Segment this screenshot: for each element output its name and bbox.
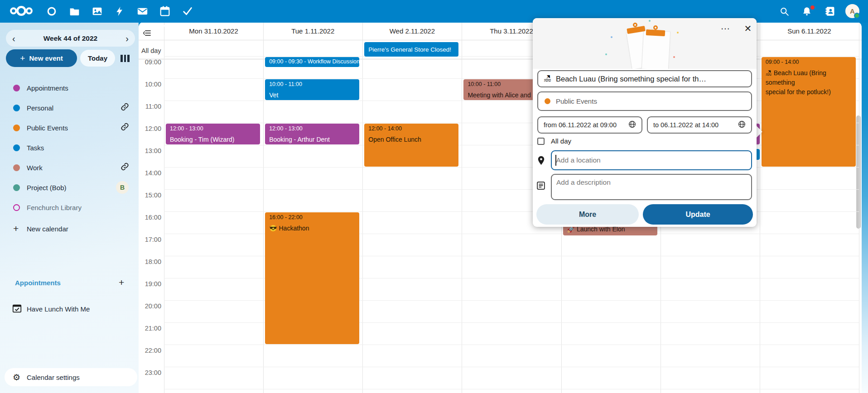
sidebar-calendar-project-bob-[interactable]: Project (Bob)B <box>0 177 139 197</box>
hour-label: 22:00 <box>140 347 161 354</box>
location-pin-icon <box>535 155 546 166</box>
popup-more-options-icon[interactable]: ⋯ <box>719 24 732 35</box>
next-week-button[interactable]: › <box>125 34 129 43</box>
hour-label: 14:00 <box>140 169 161 177</box>
hour-label: 11:00 <box>140 103 161 110</box>
hour-label: 20:00 <box>140 302 161 310</box>
search-icon[interactable] <box>777 5 791 18</box>
description-textarea[interactable]: Add a description <box>551 174 752 200</box>
end-datetime-value: to 06.11.2022 at 14:00 <box>653 121 719 129</box>
timezone-globe-icon[interactable] <box>738 120 746 129</box>
allday-event[interactable]: Pierre's General Store Closed! <box>364 42 458 57</box>
activity-lightning-icon[interactable] <box>113 5 126 18</box>
appointment-config-item[interactable]: Have Lunch With Me <box>0 299 139 319</box>
nextcloud-calendar-app: A All day Mon 31.10.2022Tue 1.11.2022Wed… <box>0 0 868 393</box>
files-folder-icon[interactable] <box>68 5 81 18</box>
sidebar-calendar-public-events[interactable]: Public Events <box>0 118 139 138</box>
calendar-event[interactable]: 12:00 - 14:00Open Office Lunch <box>364 124 458 167</box>
hour-label: 23:00 <box>140 369 161 376</box>
end-datetime-field[interactable]: to 06.11.2022 at 14:00 <box>647 116 752 134</box>
calendar-name: Project (Bob) <box>27 184 67 192</box>
sidebar-calendar-personal[interactable]: Personal <box>0 98 139 118</box>
calendar-color-dot <box>13 125 20 131</box>
active-app-indicator <box>160 25 169 27</box>
circle-app-icon[interactable] <box>45 5 58 18</box>
column-border <box>164 22 164 393</box>
calendar-app-icon[interactable] <box>159 5 171 18</box>
calendar-event[interactable]: 12:00 - 13:00Booking - Arthur Dent <box>265 124 359 144</box>
add-appointment-config-button[interactable]: + <box>119 277 124 288</box>
plus-icon: + <box>20 53 25 63</box>
hour-label: 12:00 <box>140 125 161 132</box>
all-day-label: All day <box>141 47 161 54</box>
all-day-checkbox[interactable]: All day <box>537 137 571 145</box>
shared-by-avatar: B <box>116 181 129 194</box>
hour-label: 16:00 <box>140 214 161 221</box>
timezone-globe-icon[interactable] <box>628 120 636 129</box>
event-time: 12:00 - 14:00 <box>368 125 454 132</box>
app-sidebar: ‹ Week 44 of 2022 › + New event Today Ap… <box>0 23 139 393</box>
more-button[interactable]: More <box>536 204 639 225</box>
sidebar-calendar-fenchurch-library[interactable]: Fenchurch Library <box>0 197 139 217</box>
calendar-color-dot <box>13 85 20 91</box>
calendar-event[interactable]: 09:00 - 14:00🏖 Beach Luau (Bring somethi… <box>762 57 856 167</box>
start-datetime-field[interactable]: from 06.11.2022 at 09:00 <box>537 116 642 134</box>
appointment-config-label: Have Lunch With Me <box>27 305 90 313</box>
sidebar-calendar-work[interactable]: Work <box>0 158 139 177</box>
calendar-name: Appointments <box>27 84 68 92</box>
calendar-check-icon <box>12 303 22 315</box>
new-calendar-button[interactable]: + New calendar <box>0 219 139 239</box>
popup-close-icon[interactable]: ✕ <box>741 23 755 35</box>
location-input[interactable]: Add a location <box>551 150 752 170</box>
new-event-button[interactable]: + New event <box>6 49 77 67</box>
column-border <box>362 22 363 393</box>
start-datetime-value: from 06.11.2022 at 09:00 <box>544 121 617 129</box>
contacts-book-icon[interactable] <box>824 5 837 18</box>
beach-umbrella-emoji: 🏖 <box>544 74 551 83</box>
share-link-icon[interactable] <box>121 163 129 173</box>
hour-gridline <box>164 345 859 345</box>
photos-icon[interactable] <box>91 5 103 18</box>
calendar-picker-value: Public Events <box>556 97 597 105</box>
today-button[interactable]: Today <box>80 50 115 67</box>
calendar-name: Public Events <box>27 124 68 132</box>
event-time: 12:00 - 13:00 <box>170 125 256 132</box>
event-title: Booking - Tim (Wizard) <box>170 135 256 144</box>
calendar-event[interactable]: 16:00 - 22:00😎 Hackathon <box>265 212 359 344</box>
event-title: Vet <box>269 91 355 100</box>
view-columns-icon[interactable] <box>121 55 130 62</box>
event-time: 12:00 - 13:00 <box>269 125 355 132</box>
update-button[interactable]: Update <box>643 204 753 225</box>
column-border <box>859 22 859 393</box>
gear-icon: ⚙ <box>13 373 20 382</box>
nextcloud-logo-icon[interactable] <box>7 5 35 17</box>
calendar-event[interactable]: 12:00 - 13:00Booking - Tim (Wizard) <box>166 124 260 144</box>
column-border <box>760 22 760 393</box>
share-link-icon[interactable] <box>121 123 129 133</box>
user-status-dot <box>854 13 860 19</box>
calendar-picker[interactable]: Public Events <box>537 91 752 111</box>
event-title-input[interactable]: 🏖 Beach Luau (Bring something special fo… <box>537 70 752 87</box>
calendar-color-dot <box>13 144 20 151</box>
collapse-week-icon[interactable] <box>143 30 151 38</box>
event-title: Booking - Arthur Dent <box>269 135 355 144</box>
day-header[interactable]: Mon 31.10.2022 <box>164 27 263 37</box>
calendar-event[interactable]: 10:00 - 11:00Vet <box>265 79 359 100</box>
mail-icon[interactable] <box>136 5 149 18</box>
share-link-icon[interactable] <box>121 103 129 113</box>
calendar-name: Fenchurch Library <box>27 204 82 211</box>
calendar-event[interactable]: 09:00 - 09:30 - Workflow Discussion <box>265 57 359 67</box>
hour-label: 18:00 <box>140 258 161 265</box>
checkbox-box[interactable] <box>537 138 545 145</box>
event-time: 16:00 - 22:00 <box>269 214 355 220</box>
previous-week-button[interactable]: ‹ <box>12 34 15 43</box>
calendar-name: Personal <box>27 104 53 112</box>
column-border <box>462 22 462 393</box>
day-header[interactable]: Wed 2.11.2022 <box>362 27 462 37</box>
day-header[interactable]: Tue 1.11.2022 <box>263 27 362 37</box>
tasks-check-icon[interactable] <box>181 5 194 18</box>
calendar-settings-button[interactable]: ⚙ Calendar settings <box>5 368 137 386</box>
sidebar-calendar-appointments[interactable]: Appointments <box>0 78 139 98</box>
day-header[interactable]: Sun 6.11.2022 <box>760 27 859 37</box>
sidebar-calendar-tasks[interactable]: Tasks <box>0 138 139 158</box>
